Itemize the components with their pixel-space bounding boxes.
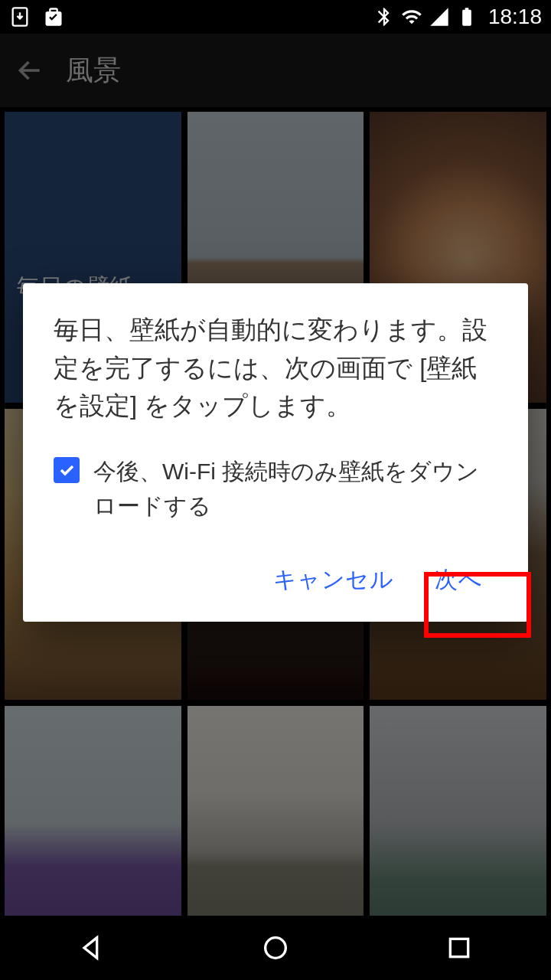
nav-recent-icon[interactable] (444, 933, 474, 963)
shopping-bag-icon (43, 6, 64, 28)
nav-back-icon[interactable] (77, 933, 107, 963)
download-icon (9, 6, 31, 28)
status-bar: 18:18 (0, 0, 551, 34)
nav-home-icon[interactable] (260, 933, 291, 963)
checkbox-checked-icon[interactable] (54, 457, 80, 483)
battery-icon (456, 6, 478, 28)
annotation-highlight (424, 572, 531, 638)
svg-point-1 (266, 938, 286, 959)
cancel-button[interactable]: キャンセル (258, 555, 409, 605)
bluetooth-icon (373, 6, 395, 28)
wifi-only-checkbox-row[interactable]: 今後、Wi-Fi 接続時のみ壁紙をダウンロードする (54, 454, 497, 523)
navigation-bar (0, 916, 551, 980)
wifi-icon (401, 6, 422, 28)
daily-wallpaper-dialog: 毎日、壁紙が自動的に変わります。設定を完了するには、次の画面で [壁紙を設定] … (23, 283, 528, 622)
svg-rect-2 (450, 939, 468, 956)
dialog-message: 毎日、壁紙が自動的に変わります。設定を完了するには、次の画面で [壁紙を設定] … (54, 311, 497, 425)
status-time: 18:18 (488, 5, 542, 29)
checkbox-label: 今後、Wi-Fi 接続時のみ壁紙をダウンロードする (93, 454, 497, 523)
cellular-icon (429, 6, 450, 28)
